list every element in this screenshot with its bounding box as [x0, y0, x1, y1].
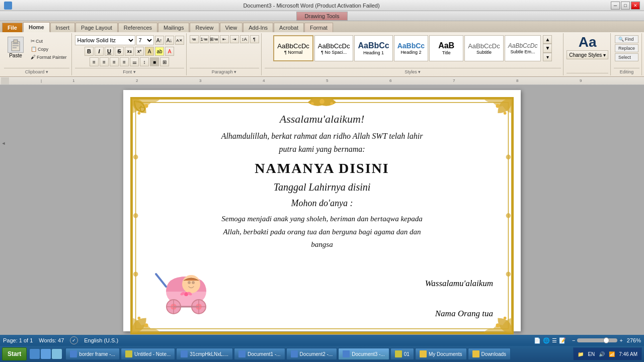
columns-button[interactable]: ⚌	[130, 57, 139, 66]
multilevel-button[interactable]: ⊞≔	[210, 35, 219, 43]
style-heading1[interactable]: AaBbCc Heading 1	[354, 35, 392, 61]
sort-button[interactable]: ↕A	[240, 35, 249, 43]
copy-button[interactable]: 📋 Copy	[28, 45, 69, 53]
decrease-font-button[interactable]: A↓	[165, 36, 174, 45]
format-painter-button[interactable]: 🖌 Format Painter	[28, 53, 69, 61]
taskbar-doc1[interactable]: Document1 -...	[234, 348, 285, 360]
font-name-select[interactable]: Harlow Solid Itz	[75, 35, 135, 45]
change-styles-button[interactable]: Change Styles ▾	[567, 50, 608, 59]
invitation-parent-label: Nama Orang tua	[425, 309, 493, 319]
style-heading2[interactable]: AaBbCc Heading 2	[394, 35, 428, 61]
strikethrough-button[interactable]: S	[115, 47, 124, 56]
close-button[interactable]: ✕	[631, 2, 640, 10]
highlight-button[interactable]: ab	[155, 47, 164, 56]
italic-button[interactable]: I	[95, 47, 104, 56]
underline-button[interactable]: U	[105, 47, 114, 56]
find-button[interactable]: 🔍Find	[615, 35, 638, 43]
tray-show-desktop[interactable]: 📁	[578, 351, 584, 357]
align-justify-button[interactable]: ≡	[120, 57, 129, 66]
tab-review[interactable]: Review	[190, 23, 219, 32]
tab-acrobat[interactable]: Acrobat	[274, 23, 304, 32]
zoom-in-btn[interactable]: +	[619, 337, 622, 343]
cut-label: Cut	[36, 39, 43, 44]
taskbar-notepad[interactable]: Untitled - Note...	[121, 348, 175, 360]
change-styles-content: Aa Change Styles ▾	[567, 34, 608, 73]
taskbar-downloads[interactable]: Downloads	[468, 348, 511, 360]
text-effects-button[interactable]: A	[145, 47, 154, 56]
invitation-bottom: Wassalamu'alaikum Nama Orang tua	[151, 256, 493, 319]
font-size-select[interactable]: 7	[136, 35, 154, 45]
tray-volume[interactable]: 🔊	[599, 351, 605, 357]
styles-scroll-up[interactable]: ▲	[543, 35, 552, 44]
taskbar-my-documents[interactable]: My Documents	[415, 348, 467, 360]
tab-references[interactable]: References	[118, 23, 157, 32]
tab-view[interactable]: View	[220, 23, 243, 32]
clear-format-button[interactable]: A✕	[175, 36, 184, 45]
increase-font-button[interactable]: A↑	[155, 36, 164, 45]
style-subtle-em[interactable]: AaBbCcDc Subtle Em...	[505, 35, 541, 61]
tab-format[interactable]: Format	[304, 23, 333, 32]
status-right: 📄 🌐 ☰ 📝 − + 276%	[534, 337, 641, 344]
zoom-out-btn[interactable]: −	[572, 337, 575, 343]
taskbar-border-frame[interactable]: border frame -...	[65, 348, 120, 360]
system-tray: 📁 EN 🔊 📶 7:46 AM	[573, 347, 642, 360]
editing-content: 🔍Find Replace Select	[614, 34, 639, 68]
tab-page-layout[interactable]: Page Layout	[75, 23, 118, 32]
quick-launch-ie[interactable]	[30, 349, 40, 359]
svg-point-31	[182, 275, 200, 293]
font-color-button[interactable]: A	[165, 47, 174, 56]
tab-add-ins[interactable]: Add-Ins	[243, 23, 273, 32]
font-group: Harlow Solid Itz 7 A↑ A↓ A✕ B I U S x₂ x…	[73, 33, 187, 75]
bold-button[interactable]: B	[85, 47, 94, 56]
taskbar-doc2[interactable]: Document2 -...	[286, 348, 338, 360]
quick-launch-media[interactable]	[52, 349, 62, 359]
ruler: | 1 2 3 4 5 6 7 8 9	[0, 77, 644, 85]
numbering-button[interactable]: 1≔	[200, 35, 209, 43]
taskbar-31cmp[interactable]: 31cmpHkLNxL....	[176, 348, 233, 360]
bullets-button[interactable]: ≔	[190, 35, 199, 43]
change-styles-label	[567, 73, 608, 74]
taskbar-doc3[interactable]: Document3 -...	[338, 348, 389, 360]
tray-network[interactable]: 📶	[609, 351, 615, 357]
increase-indent-button[interactable]: ⇥	[230, 35, 239, 43]
style-title[interactable]: AaB Title	[429, 35, 463, 61]
superscript-button[interactable]: x²	[135, 47, 144, 56]
tab-file[interactable]: File	[2, 23, 23, 32]
tab-home[interactable]: Home	[23, 22, 50, 32]
style-normal[interactable]: AaBbCcDc ¶ Normal	[273, 35, 313, 61]
styles-scroll-down[interactable]: ▼	[543, 44, 552, 52]
invitation-content: Assalamu'alaikum! Alhamdulillah, berkat …	[136, 103, 508, 329]
tab-mailings[interactable]: Mailings	[158, 23, 189, 32]
show-hide-button[interactable]: ¶	[250, 35, 259, 43]
proofing-icon[interactable]: ✓	[70, 336, 78, 344]
language[interactable]: English (U.S.)	[84, 337, 118, 343]
tab-insert[interactable]: Insert	[50, 23, 75, 32]
taskbar-01[interactable]: 01	[390, 348, 414, 360]
line-spacing-button[interactable]: ↕	[140, 57, 149, 66]
maximize-button[interactable]: □	[621, 2, 630, 10]
style-subtitle[interactable]: AaBbCcDc Subtitle	[464, 35, 504, 61]
view-draft-btn[interactable]: 📝	[559, 337, 566, 344]
subscript-button[interactable]: x₂	[125, 47, 134, 56]
shading-button[interactable]: ■	[150, 57, 159, 66]
minimize-button[interactable]: ─	[611, 2, 620, 10]
cut-button[interactable]: ✂ Cut	[28, 37, 69, 45]
invitation-body-line2: putra kami yang bernama:	[151, 143, 493, 156]
styles-more[interactable]: ▾	[543, 53, 552, 61]
borders-button[interactable]: ⊞	[160, 57, 169, 66]
align-left-button[interactable]: ≡	[90, 57, 99, 66]
view-outline-btn[interactable]: ☰	[552, 337, 557, 344]
decrease-indent-button[interactable]: ⇤	[220, 35, 229, 43]
svg-rect-4	[13, 47, 17, 48]
view-print-btn[interactable]: 📄	[534, 337, 541, 344]
align-right-button[interactable]: ≡	[110, 57, 119, 66]
paste-button[interactable]: Paste	[4, 35, 27, 60]
style-no-spacing[interactable]: AaBbCcDc ¶ No Spaci...	[314, 35, 354, 61]
zoom-slider[interactable]	[577, 338, 617, 342]
word-document[interactable]: Assalamu'alaikum! Alhamdulillah, berkat …	[123, 90, 521, 331]
select-button[interactable]: Select	[615, 53, 638, 61]
align-center-button[interactable]: ≡	[100, 57, 109, 66]
view-web-btn[interactable]: 🌐	[543, 337, 550, 344]
replace-button[interactable]: Replace	[615, 44, 638, 52]
quick-launch-folder[interactable]	[41, 349, 51, 359]
